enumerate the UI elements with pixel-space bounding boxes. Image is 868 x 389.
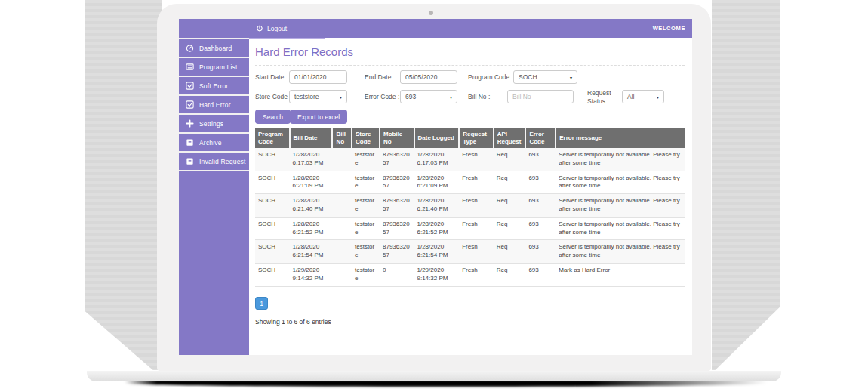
main-panel: Logout WELCOME Hard Error Records Start … bbox=[249, 19, 692, 355]
table-cell: 8793632057 bbox=[380, 240, 414, 264]
content-area: Hard Error Records Start Date : End Date… bbox=[249, 38, 692, 355]
column-header: Mobile No bbox=[380, 128, 414, 148]
archive-icon bbox=[186, 138, 194, 147]
sidebar-item-soft-error[interactable]: Soft Error bbox=[179, 77, 249, 94]
program-code-value: SOCH bbox=[519, 73, 537, 81]
filter-bar: Start Date : End Date : Program Code : S… bbox=[255, 66, 685, 126]
table-cell: 1/28/2020 6:21:40 PM bbox=[414, 194, 460, 218]
table-cell: Req bbox=[494, 263, 526, 286]
backdrop-left bbox=[85, 0, 162, 370]
page-title: Hard Error Records bbox=[255, 45, 685, 58]
column-header: Bill Date bbox=[290, 128, 333, 148]
table-cell: teststore bbox=[352, 263, 380, 286]
column-header: Request Type bbox=[459, 128, 494, 148]
app-window: DashboardProgram ListSoft ErrorHard Erro… bbox=[179, 19, 692, 355]
table-cell: 1/29/2020 9:14:32 PM bbox=[414, 263, 460, 286]
sidebar-header-block bbox=[179, 19, 249, 38]
sidebar-item-invalid-request[interactable]: Invalid Request bbox=[179, 153, 249, 170]
table-cell bbox=[332, 171, 352, 194]
webcam-dot bbox=[429, 11, 433, 15]
laptop-base bbox=[87, 371, 781, 381]
table-cell: SOCH bbox=[255, 148, 290, 171]
sidebar-item-settings[interactable]: Settings bbox=[179, 115, 249, 132]
table-cell: Fresh bbox=[459, 194, 494, 218]
topbar: Logout WELCOME bbox=[249, 19, 692, 38]
pagination: 1 bbox=[255, 295, 685, 310]
table-cell: Fresh bbox=[459, 217, 494, 240]
backdrop-right bbox=[712, 0, 780, 370]
showing-entries-text: Showing 1 to 6 of 6 entries bbox=[255, 318, 685, 326]
logout-button[interactable]: Logout bbox=[256, 22, 287, 36]
table-cell: Server is temporarily not available. Ple… bbox=[556, 171, 685, 194]
table-cell: 693 bbox=[525, 217, 556, 240]
program-code-label: Program Code : bbox=[468, 73, 513, 82]
export-to-excel-button[interactable]: Export to excel bbox=[290, 110, 347, 124]
bill-no-input[interactable] bbox=[507, 90, 574, 103]
table-cell: teststore bbox=[352, 217, 380, 240]
sidebar-item-label: Settings bbox=[199, 120, 223, 128]
column-header: API Request bbox=[494, 128, 526, 148]
table-cell: 8793632057 bbox=[380, 148, 414, 171]
table-cell: Server is temporarily not available. Ple… bbox=[556, 240, 685, 264]
table-cell: Req bbox=[494, 148, 526, 171]
table-cell: Server is temporarily not available. Ple… bbox=[556, 148, 685, 171]
end-date-label: End Date : bbox=[365, 73, 395, 82]
table-cell: 1/28/2020 6:21:09 PM bbox=[414, 171, 460, 194]
table-cell: Server is temporarily not available. Ple… bbox=[556, 194, 685, 218]
table-row: SOCH1/29/2020 9:14:32 PMteststore01/29/2… bbox=[255, 263, 685, 286]
sidebar-item-archive[interactable]: Archive bbox=[179, 134, 249, 151]
table-cell: SOCH bbox=[255, 240, 290, 264]
chevron-down-icon: ▾ bbox=[340, 94, 342, 100]
page-1-button[interactable]: 1 bbox=[255, 297, 268, 310]
chevron-down-icon: ▾ bbox=[570, 75, 572, 80]
table-row: SOCH1/28/2020 6:21:54 PMteststore8793632… bbox=[255, 240, 685, 264]
table-cell: 8793632057 bbox=[380, 217, 414, 240]
search-button[interactable]: Search bbox=[255, 110, 291, 124]
start-date-input[interactable] bbox=[289, 70, 347, 84]
table-cell: 1/28/2020 6:21:54 PM bbox=[414, 240, 460, 264]
table-row: SOCH1/28/2020 6:21:52 PMteststore8793632… bbox=[255, 217, 685, 240]
table-cell: 693 bbox=[525, 148, 556, 171]
store-code-select[interactable]: teststore ▾ bbox=[289, 90, 347, 103]
column-header: Program Code bbox=[255, 128, 290, 148]
table-cell bbox=[332, 240, 352, 264]
sidebar-item-label: Invalid Request bbox=[199, 158, 246, 165]
power-icon bbox=[256, 22, 263, 36]
program-code-select[interactable]: SOCH ▾ bbox=[513, 70, 577, 84]
table-cell: 1/28/2020 6:21:54 PM bbox=[290, 240, 333, 264]
table-cell: Fresh bbox=[459, 240, 494, 264]
sidebar-item-program-list[interactable]: Program List bbox=[179, 58, 249, 76]
table-row: SOCH1/28/2020 6:17:03 PMteststore8793632… bbox=[255, 148, 685, 171]
table-cell: Req bbox=[494, 217, 526, 240]
store-code-value: teststore bbox=[294, 93, 319, 100]
sidebar-item-hard-error[interactable]: Hard Error bbox=[179, 96, 249, 113]
table-cell: Fresh bbox=[459, 148, 494, 171]
check-square-icon bbox=[186, 100, 194, 109]
table-cell: 1/28/2020 6:21:40 PM bbox=[290, 194, 333, 218]
table-row: SOCH1/28/2020 6:21:40 PMteststore8793632… bbox=[255, 194, 685, 218]
sidebar-item-dashboard[interactable]: Dashboard bbox=[179, 39, 249, 57]
table-cell: 693 bbox=[525, 240, 556, 264]
check-square-icon bbox=[186, 82, 194, 90]
table-cell: 1/28/2020 6:21:52 PM bbox=[290, 217, 333, 240]
table-header-row: Program CodeBill DateBill NoStore CodeMo… bbox=[255, 128, 685, 148]
table-cell: Req bbox=[494, 171, 526, 194]
error-code-select[interactable]: 693 ▾ bbox=[400, 90, 457, 103]
table-cell: 8793632057 bbox=[380, 171, 414, 194]
end-date-input[interactable] bbox=[400, 70, 457, 84]
chevron-down-icon: ▾ bbox=[450, 94, 452, 100]
table-cell: Req bbox=[494, 240, 526, 264]
sidebar-item-label: Program List bbox=[199, 63, 238, 71]
table-cell: Fresh bbox=[459, 263, 494, 286]
request-status-select[interactable]: All ▾ bbox=[622, 90, 664, 103]
sidebar-filler bbox=[179, 171, 249, 355]
error-code-value: 693 bbox=[405, 93, 416, 100]
sidebar-item-label: Archive bbox=[199, 139, 222, 147]
table-cell: SOCH bbox=[255, 263, 290, 286]
sidebar-item-label: Dashboard bbox=[199, 45, 232, 52]
error-records-table: Program CodeBill DateBill NoStore CodeMo… bbox=[255, 128, 685, 287]
logout-label: Logout bbox=[267, 25, 287, 32]
table-cell: 693 bbox=[525, 263, 556, 286]
table-cell bbox=[332, 217, 352, 240]
chevron-down-icon: ▾ bbox=[657, 94, 659, 100]
